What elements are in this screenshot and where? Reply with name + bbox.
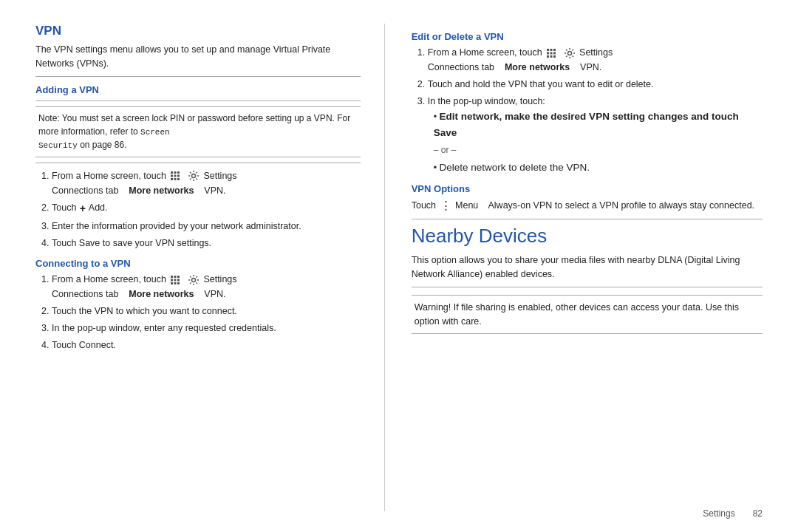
note-box: Note: You must set a screen lock PIN or … — [35, 106, 361, 157]
nearby-devices-title: Nearby Devices — [412, 225, 763, 248]
edit-step1-text: From a Home screen, touch — [428, 47, 613, 72]
svg-point-19 — [191, 278, 195, 282]
svg-rect-24 — [550, 52, 553, 54]
note-ref1: Screen — [140, 128, 170, 137]
svg-rect-4 — [174, 175, 177, 177]
add-plus-icon: + — [80, 200, 86, 216]
apps-grid-icon-3 — [546, 48, 558, 58]
edit-step1-row2: Connections tab More networks VPN. — [428, 62, 602, 72]
svg-rect-28 — [553, 55, 556, 58]
svg-rect-20 — [547, 49, 549, 51]
svg-rect-13 — [171, 279, 173, 281]
gear-icon-2 — [186, 274, 203, 284]
step4-text: Touch Save to save your VPN settings. — [52, 238, 211, 248]
page: VPN The VPN settings menu allows you to … — [0, 0, 798, 532]
vpn-options-body: Touch ⋮ Menu Always-on VPN to select a V… — [412, 197, 763, 214]
apps-icon-2 — [168, 274, 185, 284]
edit-title: Edit or Delete a VPN — [412, 31, 763, 42]
apps-icon — [168, 171, 185, 181]
step1-text: From a Home screen, touch — [52, 171, 237, 196]
step2-text: Touch + Add. — [52, 202, 108, 213]
svg-rect-15 — [177, 279, 180, 281]
conn-step1-text: From a Home screen, touch — [52, 274, 237, 299]
conn-step-2: Touch the VPN to which you want to conne… — [52, 304, 361, 318]
adding-step-4: Touch Save to save your VPN settings. — [52, 236, 361, 250]
adding-vpn-steps: From a Home screen, touch — [35, 168, 361, 250]
divider-right-2 — [412, 287, 763, 287]
nearby-intro: This option allows you to share your med… — [412, 253, 763, 282]
adding-step-2: Touch + Add. — [52, 200, 361, 216]
step1-connections: Connections tab More networks VPN. — [52, 185, 226, 196]
svg-rect-11 — [174, 276, 177, 278]
apps-grid-icon-2 — [170, 275, 182, 285]
svg-rect-26 — [547, 55, 549, 58]
edit-step-2: Touch and hold the VPN that you want to … — [428, 77, 763, 92]
connecting-vpn-title: Connecting to a VPN — [35, 258, 361, 269]
note-page: on page 86. — [80, 140, 126, 150]
note-ref2: Security — [38, 141, 78, 150]
edit-vpn-steps: From a Home screen, touch — [412, 45, 763, 176]
svg-rect-0 — [171, 171, 173, 174]
vpn-intro: The VPN settings menu allows you to set … — [35, 43, 361, 71]
conn-step-4: Touch Connect. — [52, 338, 361, 352]
vpn-title: VPN — [35, 24, 361, 38]
edit-step-1: From a Home screen, touch — [428, 45, 763, 75]
edit-step3-text: In the pop-up window, touch: — [428, 96, 545, 106]
footer: Settings 82 — [703, 508, 763, 519]
svg-rect-25 — [553, 52, 556, 54]
svg-rect-14 — [174, 279, 177, 281]
conn-step4-text: Touch Connect. — [52, 340, 116, 350]
adding-step-1: From a Home screen, touch — [52, 168, 361, 198]
edit-step2-text: Touch and hold the VPN that you want to … — [428, 79, 654, 89]
svg-point-29 — [567, 51, 571, 55]
edit-bullet-2: • Delete network to delete the VPN. — [434, 160, 763, 176]
svg-rect-23 — [547, 52, 549, 54]
conn-step3-text: In the pop-up window, enter any requeste… — [52, 323, 276, 333]
divider-1 — [35, 76, 361, 77]
left-column: VPN The VPN settings menu allows you to … — [35, 24, 385, 511]
svg-rect-12 — [177, 276, 180, 278]
gear-icon-3 — [562, 47, 579, 58]
note-text: Note: You must set a screen lock PIN or … — [38, 113, 350, 137]
edit-step-3: In the pop-up window, touch: • Edit netw… — [428, 94, 763, 176]
svg-rect-1 — [174, 171, 177, 174]
footer-page: 82 — [753, 508, 763, 519]
connecting-vpn-steps: From a Home screen, touch — [35, 272, 361, 352]
edit-bullet-1: • Edit network, make the desired VPN set… — [434, 109, 763, 140]
svg-rect-6 — [171, 178, 173, 180]
warning-text: Warning! If file sharing is enabled, oth… — [415, 302, 739, 327]
svg-rect-27 — [550, 55, 553, 58]
right-column: Edit or Delete a VPN From a Home screen,… — [385, 24, 763, 511]
step3-text: Enter the information provided by your n… — [52, 221, 301, 231]
adding-vpn-title: Adding a VPN — [35, 84, 361, 95]
apps-icon-3 — [545, 47, 562, 58]
svg-rect-10 — [171, 276, 173, 278]
svg-rect-5 — [177, 175, 180, 177]
divider-3 — [35, 163, 361, 163]
svg-point-9 — [191, 174, 195, 178]
svg-rect-17 — [174, 282, 177, 284]
conn-step-3: In the pop-up window, enter any requeste… — [52, 321, 361, 335]
svg-rect-22 — [553, 49, 556, 51]
adding-step-3: Enter the information provided by your n… — [52, 219, 361, 233]
menu-icon: ⋮ — [440, 197, 451, 214]
conn-step1-row2: Connections tab More networks VPN. — [52, 289, 226, 299]
svg-rect-7 — [174, 178, 177, 180]
or-line: – or – — [434, 143, 763, 157]
footer-label: Settings — [703, 508, 734, 519]
svg-rect-21 — [550, 49, 553, 51]
gear-icon-1 — [186, 171, 203, 181]
conn-step2-text: Touch the VPN to which you want to conne… — [52, 306, 237, 316]
divider-2 — [35, 100, 361, 101]
svg-rect-3 — [171, 175, 173, 177]
svg-rect-18 — [177, 282, 180, 284]
conn-step-1: From a Home screen, touch — [52, 272, 361, 301]
divider-right-1 — [412, 219, 763, 219]
svg-rect-8 — [177, 178, 180, 180]
warning-box: Warning! If file sharing is enabled, oth… — [412, 295, 763, 335]
svg-rect-16 — [171, 282, 173, 284]
vpn-options-title: VPN Options — [412, 183, 763, 194]
svg-rect-2 — [177, 171, 180, 174]
apps-grid-icon — [170, 171, 182, 181]
